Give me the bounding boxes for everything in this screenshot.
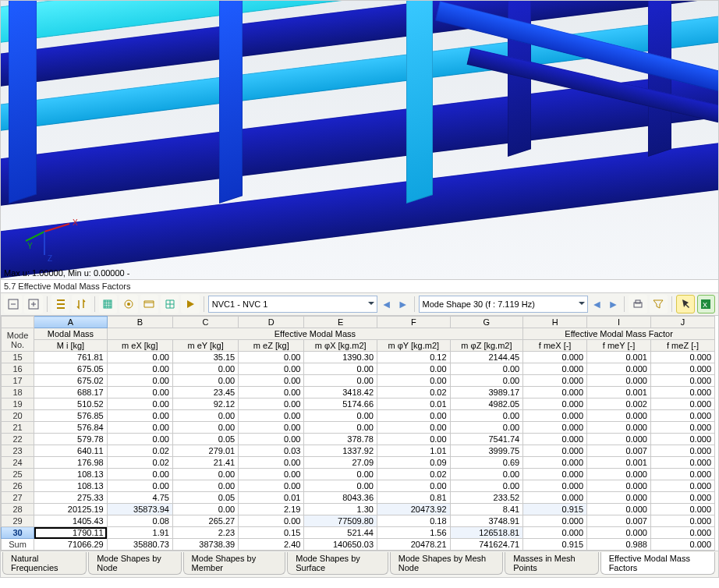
cell[interactable]: 0.00 — [107, 422, 172, 434]
cell[interactable]: 0.000 — [523, 445, 587, 457]
cell[interactable]: 0.00 — [450, 375, 523, 387]
cell[interactable]: 233.52 — [450, 492, 523, 504]
cell[interactable]: 0.000 — [650, 434, 714, 445]
cell[interactable]: 279.01 — [172, 445, 238, 457]
cell[interactable]: 0.09 — [377, 457, 451, 469]
cell[interactable]: 0.00 — [107, 398, 172, 410]
cell[interactable]: 0.01 — [239, 492, 304, 504]
cell[interactable]: 0.000 — [523, 352, 587, 363]
cell[interactable]: 0.000 — [587, 434, 651, 445]
col-letter-A[interactable]: A — [34, 317, 108, 328]
cell[interactable]: 0.69 — [450, 457, 523, 469]
cell[interactable]: 38738.39 — [172, 539, 238, 551]
cell[interactable]: 108.13 — [34, 480, 108, 492]
cell[interactable]: 0.02 — [107, 445, 172, 457]
cell[interactable]: 140650.03 — [304, 539, 377, 551]
cell[interactable]: 0.00 — [172, 375, 238, 387]
table-row[interactable]: 301790.111.912.230.15521.441.56126518.81… — [2, 527, 715, 539]
cell[interactable]: 20473.92 — [377, 504, 451, 515]
cell[interactable]: 0.00 — [239, 457, 304, 469]
cell[interactable]: 510.52 — [34, 398, 108, 410]
load-case-combo[interactable]: NVC1 - NVC 1 — [208, 296, 377, 313]
cell[interactable]: 0.00 — [304, 375, 377, 387]
tab-natural-frequencies[interactable]: Natural Frequencies — [2, 552, 87, 575]
expand-icon[interactable] — [24, 295, 42, 313]
cell[interactable]: 21.41 — [172, 457, 238, 469]
column-sort-button[interactable] — [72, 295, 90, 313]
cell[interactable]: 0.00 — [304, 363, 377, 375]
cell[interactable]: 0.18 — [377, 515, 451, 527]
row-number[interactable]: 15 — [2, 352, 34, 363]
cell[interactable]: 761.81 — [34, 352, 108, 363]
tab-mode-shapes-surface[interactable]: Mode Shapes by Surface — [287, 552, 388, 575]
cell[interactable]: 0.000 — [523, 434, 587, 445]
cell[interactable]: 77509.80 — [304, 515, 377, 527]
cell[interactable]: 0.000 — [650, 352, 714, 363]
table-row[interactable]: 22579.780.000.050.00378.780.007541.740.0… — [2, 434, 715, 445]
row-number[interactable]: 17 — [2, 375, 34, 387]
col-letter-G[interactable]: G — [450, 317, 523, 328]
cell[interactable]: 0.000 — [650, 527, 714, 539]
cell[interactable]: 4982.05 — [450, 398, 523, 410]
select-objects-button[interactable] — [676, 295, 694, 313]
cell[interactable]: 0.002 — [587, 398, 651, 410]
cell[interactable]: 0.00 — [107, 480, 172, 492]
cell[interactable]: 0.000 — [523, 527, 587, 539]
cell[interactable]: 0.08 — [107, 515, 172, 527]
cell[interactable]: 0.00 — [304, 480, 377, 492]
print-button[interactable] — [629, 295, 646, 313]
cell[interactable]: 0.00 — [172, 422, 238, 434]
cell[interactable]: 0.000 — [523, 375, 587, 387]
show-original-button[interactable] — [140, 295, 158, 313]
cell[interactable]: 0.02 — [377, 469, 451, 480]
cell[interactable]: 1.30 — [304, 504, 377, 515]
cell[interactable]: 0.000 — [587, 527, 651, 539]
cell[interactable]: 0.000 — [650, 422, 714, 434]
cell[interactable]: 675.05 — [34, 363, 108, 375]
cell[interactable]: 579.78 — [34, 434, 108, 445]
cell[interactable]: 1.01 — [377, 445, 451, 457]
cell[interactable]: 126518.81 — [450, 527, 523, 539]
cell[interactable]: 0.000 — [587, 422, 651, 434]
cell[interactable]: 0.00 — [172, 410, 238, 422]
cell[interactable]: 0.000 — [650, 387, 714, 398]
cell[interactable]: 0.915 — [523, 539, 587, 551]
animation-button[interactable] — [181, 295, 199, 313]
cell[interactable]: 0.00 — [172, 363, 238, 375]
cell[interactable]: 0.000 — [587, 492, 651, 504]
cell[interactable]: 0.000 — [523, 469, 587, 480]
prev-mode-button[interactable]: ◄ — [590, 299, 604, 310]
cell[interactable]: 0.000 — [587, 363, 651, 375]
prev-case-button[interactable]: ◄ — [380, 299, 394, 310]
row-number[interactable]: 16 — [2, 363, 34, 375]
cell[interactable]: 0.00 — [172, 504, 238, 515]
cell[interactable]: 741624.71 — [450, 539, 523, 551]
cell[interactable]: 521.44 — [304, 527, 377, 539]
cell[interactable]: 0.00 — [450, 422, 523, 434]
cell[interactable]: 0.00 — [377, 410, 451, 422]
cell[interactable]: 0.000 — [650, 492, 714, 504]
tab-masses-mesh-points[interactable]: Masses in Mesh Points — [505, 552, 598, 575]
cell[interactable]: 0.001 — [587, 457, 651, 469]
col-letter-B[interactable]: B — [107, 317, 172, 328]
cell[interactable]: 0.00 — [239, 387, 304, 398]
cell[interactable]: 176.98 — [34, 457, 108, 469]
show-mesh-button[interactable] — [99, 295, 117, 313]
table-row[interactable]: 20576.850.000.000.000.000.000.000.0000.0… — [2, 410, 715, 422]
cell[interactable]: 0.000 — [523, 422, 587, 434]
cell[interactable]: 0.00 — [239, 410, 304, 422]
row-number[interactable]: 25 — [2, 469, 34, 480]
cell[interactable]: 35880.73 — [107, 539, 172, 551]
cell[interactable]: 0.000 — [650, 398, 714, 410]
cell[interactable]: 0.000 — [650, 410, 714, 422]
cell[interactable]: 0.00 — [450, 410, 523, 422]
cell[interactable]: 0.02 — [377, 387, 451, 398]
cell[interactable]: 0.988 — [587, 539, 651, 551]
tab-effective-modal-mass-factors[interactable]: Effective Modal Mass Factors — [600, 552, 715, 575]
excel-export-button[interactable]: X — [697, 295, 715, 313]
col-letter-H[interactable]: H — [523, 317, 587, 328]
cell[interactable]: 0.01 — [377, 398, 451, 410]
cell[interactable]: 2.40 — [239, 539, 304, 551]
cell[interactable]: 0.000 — [523, 457, 587, 469]
col-letter-E[interactable]: E — [304, 317, 377, 328]
